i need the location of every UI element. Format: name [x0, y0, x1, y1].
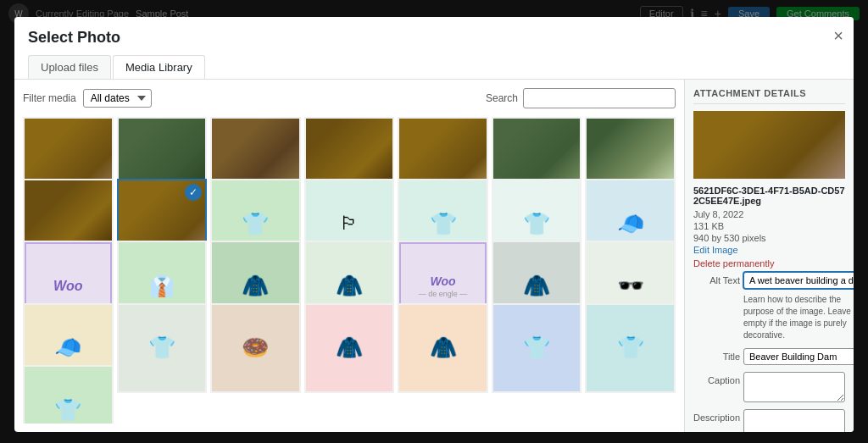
filter-label: Filter media — [23, 92, 76, 104]
modal-tabs: Upload files Media Library — [28, 55, 840, 79]
media-panel: Filter media All dates Search — [14, 80, 684, 432]
search-area: Search — [486, 88, 676, 108]
modal-close-button[interactable]: × — [833, 27, 843, 44]
media-toolbar: Filter media All dates Search — [23, 88, 676, 108]
attachment-filesize: 131 KB — [693, 221, 845, 231]
media-item[interactable]: 👕 — [23, 365, 114, 424]
alt-text-row: Alt Text Learn how to describe the purpo… — [693, 272, 845, 341]
media-item[interactable]: 👕 — [117, 303, 208, 394]
alt-text-label: Alt Text — [693, 272, 740, 285]
description-label: Description — [693, 409, 740, 423]
title-row: Title — [693, 348, 845, 365]
attachment-thumbnail — [693, 111, 845, 179]
title-input[interactable] — [743, 348, 854, 365]
delete-permanently-link[interactable]: Delete permanently — [693, 258, 845, 269]
attachment-dimensions: 940 by 530 pixels — [693, 233, 845, 243]
alt-text-wrapper: Learn how to describe the purpose of the… — [743, 272, 854, 341]
search-label: Search — [486, 92, 518, 104]
filter-select[interactable]: All dates — [83, 89, 152, 108]
media-grid: ✓ 👕 🏳 👕 👕 — [23, 117, 676, 424]
attachment-filename: 5621DF6C-3DE1-4F71-B5AD-CD572C5EE47E.jpe… — [693, 186, 845, 206]
modal-header: Select Photo × Upload files Media Librar… — [14, 17, 854, 80]
attachment-details-heading: ATTACHMENT DETAILS — [693, 88, 845, 104]
search-input[interactable] — [523, 88, 676, 108]
caption-row: Caption — [693, 372, 845, 402]
alt-text-input[interactable] — [743, 272, 854, 289]
attachment-date: July 8, 2022 — [693, 209, 845, 219]
select-photo-modal: Select Photo × Upload files Media Librar… — [14, 17, 854, 432]
description-row: Description — [693, 409, 845, 432]
alt-text-hint: Learn how to describe the purpose of the… — [743, 294, 854, 341]
title-label: Title — [693, 348, 740, 362]
tab-upload-files[interactable]: Upload files — [28, 55, 111, 79]
caption-input[interactable] — [743, 372, 845, 402]
tab-media-library[interactable]: Media Library — [113, 55, 205, 79]
description-input[interactable] — [743, 409, 845, 432]
media-item[interactable]: 🍩 — [210, 303, 301, 394]
media-item[interactable]: 🧥 — [398, 303, 488, 394]
media-item[interactable]: 🧥 — [304, 303, 395, 394]
media-item[interactable]: 👕 — [492, 303, 582, 394]
edit-image-link[interactable]: Edit Image — [693, 245, 845, 255]
caption-label: Caption — [693, 372, 740, 385]
media-item[interactable]: 👕 — [585, 303, 676, 394]
modal-body: Filter media All dates Search — [14, 80, 854, 432]
media-toolbar-left: Filter media All dates — [23, 89, 152, 108]
modal-overlay: Select Photo × Upload files Media Librar… — [0, 0, 868, 443]
modal-title: Select Photo — [28, 29, 840, 47]
details-panel: ATTACHMENT DETAILS 5621DF6C-3DE1-4F71-B5… — [684, 80, 854, 432]
